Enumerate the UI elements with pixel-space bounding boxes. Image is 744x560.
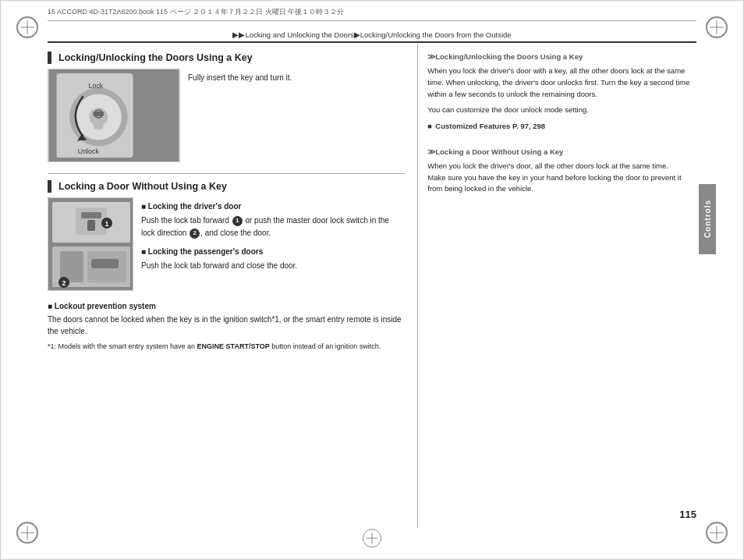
right-section1-link: ■ Customized Features P. 97, 298	[427, 121, 696, 133]
passenger-door-title: ■ Locking the passenger's doors	[141, 246, 405, 258]
section2-bar	[48, 180, 51, 193]
svg-rect-22	[91, 259, 119, 268]
footnote: *1: Models with the smart entry system h…	[48, 342, 405, 352]
svg-text:2: 2	[62, 279, 66, 287]
left-column: Locking/Unlocking the Doors Using a Key	[48, 44, 405, 528]
corner-decoration-tl	[16, 16, 38, 38]
section2-body: 1 2 ■ Lo	[48, 197, 405, 291]
section1-instruction: Fully insert the key and turn it.	[188, 69, 292, 83]
circle-num-1: 1	[232, 216, 243, 226]
section1-body: Lock Unlock Fully insert the key and tur…	[48, 69, 405, 162]
page: 15 ACCORD 4D-31T2A6200.book 115 ページ ２０１４…	[0, 0, 744, 560]
corner-decoration-bl	[16, 522, 38, 544]
circle-num-2: 2	[190, 229, 200, 239]
section-divider-1	[48, 173, 405, 174]
file-info-text: 15 ACCORD 4D-31T2A6200.book 115 ページ ２０１４…	[48, 8, 344, 16]
lockout-text: The doors cannot be locked when the key …	[48, 314, 405, 337]
svg-rect-15	[81, 212, 101, 218]
key-illustration: Lock Unlock	[48, 69, 180, 162]
header-nav-text: ▶▶Locking and Unlocking the Doors▶Lockin…	[232, 30, 511, 39]
driver-door-title: ■ Locking the driver's door	[141, 200, 405, 213]
right-link-label: Customized Features P. 97, 298	[435, 122, 545, 130]
link-arrow-icon: ■	[427, 122, 431, 130]
svg-text:1: 1	[105, 220, 109, 228]
section1-header: Locking/Unlocking the Doors Using a Key	[48, 51, 405, 64]
page-number: 115	[679, 509, 696, 520]
lockout-title: ■ Lockout prevention system	[48, 302, 156, 310]
section1-title: Locking/Unlocking the Doors Using a Key	[58, 52, 253, 63]
section1-bar	[48, 51, 51, 64]
right-section2-title: ≫Locking a Door Without Using a Key	[427, 147, 696, 158]
svg-text:Lock: Lock	[89, 82, 104, 90]
section2: Locking a Door Without Using a Key	[48, 180, 405, 291]
right-column: ≫Locking/Unlocking the Doors Using a Key…	[417, 44, 696, 528]
footnote-suffix: button instead of an ignition switch.	[270, 342, 381, 350]
controls-tab-label: Controls	[703, 200, 712, 238]
footnote-text: *1: Models with the smart entry system h…	[48, 342, 197, 350]
right-section1-body: When you lock the driver's door with a k…	[427, 66, 696, 100]
content-area: Controls Locking/Unlocking the Doors Usi…	[48, 44, 696, 528]
corner-decoration-tr	[706, 16, 728, 38]
section2-text-block: ■ Locking the driver's door Push the loc…	[141, 197, 405, 272]
section1: Locking/Unlocking the Doors Using a Key	[48, 51, 405, 162]
right-section1-extra: You can customize the door unlock mode s…	[427, 105, 696, 116]
header-nav: ▶▶Locking and Unlocking the Doors▶Lockin…	[48, 30, 696, 43]
bottom-crosshair-decoration	[363, 529, 381, 548]
svg-rect-16	[87, 220, 95, 231]
engine-start-stop-bold: ENGINE START/STOP	[197, 342, 270, 350]
file-info-bar: 15 ACCORD 4D-31T2A6200.book 115 ページ ２０１４…	[48, 7, 696, 21]
lockout-section: ■ Lockout prevention system The doors ca…	[48, 300, 405, 337]
controls-tab: Controls	[699, 184, 716, 254]
svg-text:Unlock: Unlock	[78, 147, 100, 155]
section2-title: Locking a Door Without Using a Key	[58, 181, 227, 192]
door-illustration: 1 2	[48, 197, 133, 291]
passenger-door-text: Push the lock tab forward and close the …	[141, 260, 405, 272]
section2-header: Locking a Door Without Using a Key	[48, 180, 405, 193]
right-section2-body: When you lock the driver's door, all the…	[427, 161, 696, 195]
driver-door-text: Push the lock tab forward 1 or push the …	[141, 214, 405, 239]
door-svg: 1 2	[48, 198, 133, 291]
corner-decoration-br	[706, 522, 728, 544]
right-section1-title: ≫Locking/Unlocking the Doors Using a Key	[427, 51, 696, 62]
key-svg: Lock Unlock	[48, 69, 179, 161]
